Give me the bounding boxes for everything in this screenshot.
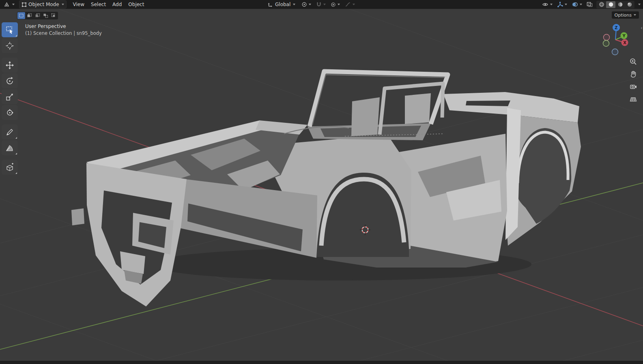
tool-select-box-button[interactable] bbox=[2, 22, 18, 37]
zoom-button[interactable] bbox=[628, 57, 638, 66]
magnet-icon bbox=[316, 2, 322, 7]
gizmo-neg-x-ball[interactable] bbox=[604, 34, 610, 41]
move-icon bbox=[5, 61, 14, 70]
car-model-sn95-body[interactable] bbox=[71, 71, 581, 306]
transform-icon bbox=[5, 108, 14, 117]
chevron-down-icon bbox=[293, 4, 295, 5]
shading-mode-group bbox=[596, 1, 634, 9]
transform-orientation-icon bbox=[268, 2, 273, 7]
camera-icon bbox=[630, 83, 637, 90]
material-sphere-icon bbox=[617, 2, 623, 7]
select-mode-invert[interactable] bbox=[42, 12, 49, 19]
gizmo-y-ball[interactable]: Y bbox=[621, 32, 628, 39]
rotate-icon bbox=[5, 77, 14, 86]
rendered-sphere-icon bbox=[627, 2, 632, 7]
perspective-label: User Perspective bbox=[25, 23, 102, 30]
viewport-overlay-text: User Perspective (1) Scene Collection | … bbox=[25, 23, 102, 37]
gizmo-neg-y-ball[interactable] bbox=[603, 41, 609, 47]
tool-cursor-button[interactable] bbox=[2, 38, 18, 53]
chevron-down-icon bbox=[309, 4, 311, 5]
toggle-perspective-button[interactable] bbox=[628, 94, 638, 104]
chevron-down-icon bbox=[323, 4, 326, 5]
gizmo-z-ball[interactable]: Z bbox=[613, 24, 620, 31]
sidebar-collapse-arrow[interactable]: ‹ bbox=[641, 25, 643, 31]
object-visibility-dropdown[interactable] bbox=[541, 1, 553, 8]
snap-toggle[interactable] bbox=[315, 1, 327, 8]
show-overlays-toggle[interactable] bbox=[571, 1, 583, 8]
measure-icon bbox=[5, 143, 14, 152]
chevron-down-icon bbox=[338, 4, 340, 5]
proportional-editing-toggle[interactable] bbox=[330, 1, 341, 8]
shading-rendered-button[interactable] bbox=[625, 1, 634, 8]
tool-add-cube-button[interactable] bbox=[2, 160, 18, 175]
status-bar bbox=[0, 361, 643, 364]
viewport-3d[interactable] bbox=[0, 9, 643, 361]
tool-expand-indicator bbox=[15, 153, 17, 154]
tool-expand-indicator bbox=[15, 35, 17, 36]
tool-annotate-button[interactable] bbox=[2, 124, 18, 139]
select-mode-new[interactable] bbox=[17, 12, 25, 19]
tool-measure-button[interactable] bbox=[2, 140, 18, 155]
solid-sphere-icon bbox=[608, 2, 614, 7]
tool-transform-button[interactable] bbox=[2, 105, 18, 120]
mode-dropdown[interactable]: Object Mode bbox=[19, 0, 67, 9]
menu-view[interactable]: View bbox=[70, 0, 88, 9]
add-cube-icon bbox=[5, 163, 14, 172]
menu-select[interactable]: Select bbox=[88, 0, 109, 9]
proportional-falloff-dropdown[interactable] bbox=[344, 1, 356, 8]
viewport-nav-buttons bbox=[628, 57, 638, 104]
pivot-point-dropdown[interactable] bbox=[301, 1, 312, 8]
toggle-xray-button[interactable] bbox=[586, 1, 594, 8]
xray-icon bbox=[587, 2, 593, 7]
magnifier-icon bbox=[630, 58, 637, 65]
gizmo-z-label: Z bbox=[615, 26, 617, 30]
eye-icon bbox=[542, 2, 548, 7]
pivot-point-icon bbox=[301, 2, 307, 7]
annotate-pen-icon bbox=[5, 128, 14, 137]
gizmo-y-label: Y bbox=[622, 34, 626, 38]
chevron-down-icon bbox=[565, 4, 567, 5]
shading-solid-button[interactable] bbox=[606, 1, 615, 8]
hand-icon bbox=[630, 71, 637, 78]
camera-view-button[interactable] bbox=[628, 82, 638, 92]
gizmo-neg-z-ball[interactable] bbox=[612, 49, 618, 55]
editor-type-button[interactable] bbox=[2, 1, 17, 8]
wireframe-sphere-icon bbox=[599, 2, 604, 7]
viewport-header: Object Mode View Select Add Object Globa… bbox=[0, 0, 643, 9]
select-mode-subtract[interactable] bbox=[34, 12, 41, 19]
navigation-gizmo[interactable]: Z Y X bbox=[595, 21, 636, 62]
chevron-down-icon bbox=[12, 4, 15, 5]
chevron-down-icon bbox=[62, 4, 64, 5]
pan-button[interactable] bbox=[628, 69, 638, 79]
ortho-grid-icon bbox=[630, 96, 637, 103]
menu-add[interactable]: Add bbox=[109, 0, 125, 9]
header-right-controls bbox=[541, 0, 641, 9]
gizmo-x-label: X bbox=[623, 41, 626, 45]
object-mode-icon bbox=[22, 2, 27, 7]
mode-dropdown-label: Object Mode bbox=[28, 2, 59, 7]
chevron-down-icon bbox=[550, 4, 553, 5]
menu-object[interactable]: Object bbox=[125, 0, 147, 9]
tool-scale-button[interactable] bbox=[2, 89, 18, 104]
select-mode-intersect[interactable] bbox=[50, 12, 58, 19]
scale-icon bbox=[5, 92, 14, 101]
select-mode-extend[interactable] bbox=[26, 12, 33, 19]
shading-dropdown[interactable] bbox=[638, 4, 641, 5]
options-label: Options bbox=[615, 13, 632, 18]
gizmo-x-ball[interactable]: X bbox=[621, 39, 628, 46]
scene-breadcrumb: (1) Scene Collection | sn95_body bbox=[25, 30, 102, 37]
falloff-curve-icon bbox=[345, 2, 351, 7]
proportional-editing-icon bbox=[331, 2, 336, 7]
shading-wireframe-button[interactable] bbox=[597, 1, 606, 8]
orientation-dropdown[interactable]: Global bbox=[266, 1, 297, 8]
shading-material-button[interactable] bbox=[615, 1, 625, 8]
tool-move-button[interactable] bbox=[2, 58, 18, 73]
show-gizmos-toggle[interactable] bbox=[556, 1, 568, 8]
chevron-down-icon bbox=[353, 4, 355, 5]
header-center-controls: Global bbox=[266, 0, 356, 9]
tool-expand-indicator bbox=[15, 172, 17, 174]
tool-expand-indicator bbox=[15, 137, 17, 139]
options-button[interactable]: Options bbox=[612, 11, 639, 19]
orientation-label: Global bbox=[275, 2, 290, 7]
tool-rotate-button[interactable] bbox=[2, 73, 18, 88]
